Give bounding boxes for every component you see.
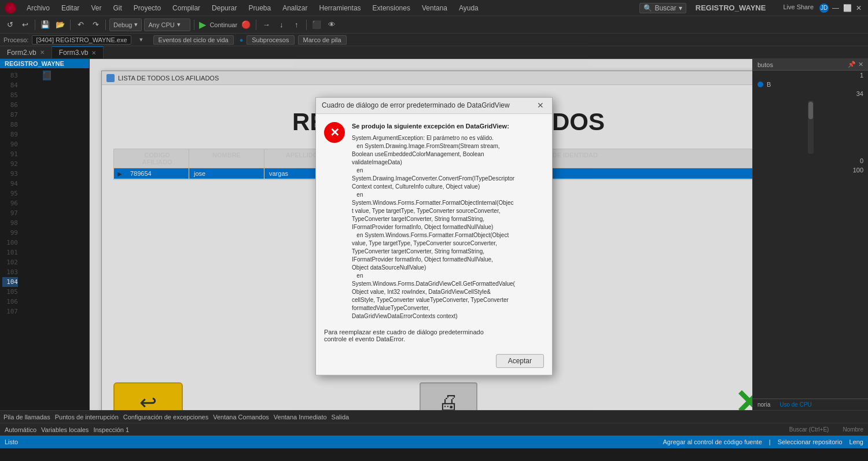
dialog-actions: Aceptar <box>316 349 552 375</box>
dialog-footer: Para reemplazar este cuadro de diálogo p… <box>316 325 552 349</box>
dialog-first-line: Se produjo la siguiente excepción en Dat… <box>352 122 544 131</box>
dialog-title-bar: Cuadro de diálogo de error predeterminad… <box>316 98 552 114</box>
dialog-body: ✕ Se produjo la siguiente excepción en D… <box>316 114 552 325</box>
error-dialog: Cuadro de diálogo de error predeterminad… <box>315 97 553 375</box>
error-icon: ✕ <box>324 122 345 143</box>
accept-button[interactable]: Aceptar <box>496 354 544 368</box>
dialog-title: Cuadro de diálogo de error predeterminad… <box>322 101 510 109</box>
dialog-close-button[interactable]: ✕ <box>535 99 546 111</box>
dialog-stack-trace: System.ArgumentException: El parámetro n… <box>352 134 544 320</box>
dialog-text: Se produjo la siguiente excepción en Dat… <box>352 122 544 320</box>
